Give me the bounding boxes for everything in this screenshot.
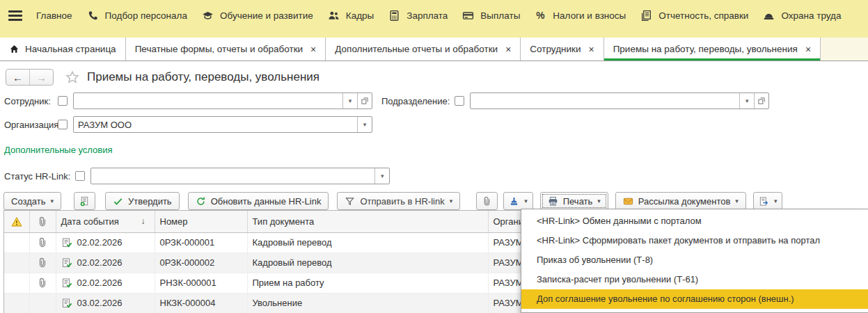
open-icon xyxy=(757,97,766,105)
refresh-hrlink-button[interactable]: Обновить данные HR-Link xyxy=(188,192,329,210)
mailing-button[interactable]: Рассылка документов▾ xyxy=(615,192,746,210)
filter-row-employee: Сотрудник: ▾ Подразделение: ▾ xyxy=(4,93,868,109)
print-dropdown-menu: <HR-Link> Обмен данными с порталом <HR-L… xyxy=(521,209,868,313)
approve-button[interactable]: Утвердить xyxy=(105,192,180,210)
attachments-button[interactable] xyxy=(476,192,498,210)
menu-section-label: Налоги и взносы xyxy=(553,10,626,21)
employee-dropdown-icon[interactable]: ▾ xyxy=(342,93,357,109)
section-menu: Главное Подбор персонала Обучение и разв… xyxy=(36,10,855,22)
caret-down-icon: ▾ xyxy=(450,198,453,204)
type-column-header[interactable]: Тип документа xyxy=(247,211,488,232)
attachment-cell xyxy=(29,273,56,293)
grad-icon xyxy=(202,10,214,22)
menu-section-item[interactable]: Кадры xyxy=(328,10,374,22)
tab[interactable]: Печатные формы, отчеты и обработки × xyxy=(126,38,326,61)
date-cell: 03.02.2026 xyxy=(56,293,155,313)
tab[interactable]: Начальная страница xyxy=(0,38,126,61)
forward-button[interactable]: → xyxy=(30,70,53,85)
tab[interactable]: Сотрудники × xyxy=(521,38,603,61)
additional-conditions-link[interactable]: Дополнительные условия xyxy=(4,145,113,155)
menu-section-label: Зарплата xyxy=(407,10,448,21)
hrlink-status-checkbox[interactable] xyxy=(75,171,85,181)
employee-label: Сотрудник: xyxy=(4,96,53,106)
back-button[interactable]: ← xyxy=(6,70,30,85)
docs-icon xyxy=(640,10,652,22)
tab-close-icon[interactable]: × xyxy=(588,45,594,54)
caret-down-icon: ▾ xyxy=(597,198,601,204)
menu-section-item[interactable]: Охрана труда xyxy=(763,10,841,22)
department-checkbox[interactable] xyxy=(455,96,464,106)
print-menu-item[interactable]: Приказ об увольнении (Т-8) xyxy=(521,250,868,270)
print-menu-item[interactable]: Доп соглашение увольнение по соглашению … xyxy=(521,289,868,309)
organization-checkbox[interactable] xyxy=(58,120,68,129)
stamp-icon xyxy=(509,196,519,207)
attachment-cell xyxy=(29,293,56,313)
organization-combobox[interactable]: РАЗУМ ООО ▾ xyxy=(73,116,372,133)
send-hrlink-button[interactable]: Отправить в HR-link▾ xyxy=(337,192,460,210)
organization-dropdown-icon[interactable]: ▾ xyxy=(357,117,372,132)
department-value xyxy=(471,93,739,109)
tab-close-icon[interactable]: × xyxy=(505,45,511,54)
date-column-header[interactable]: Дата события↓ xyxy=(56,211,155,232)
number-cell: НКЗК-000004 xyxy=(155,293,247,313)
export-icon xyxy=(759,196,769,207)
hrlink-status-dropdown-icon[interactable]: ▾ xyxy=(374,168,389,184)
print-menu-item[interactable]: <HR-Link> Обмен данными с порталом xyxy=(521,211,868,231)
number-column-header[interactable]: Номер xyxy=(155,211,247,232)
print-menu-item[interactable]: Записка-расчет при увольнении (Т-61) xyxy=(521,270,868,289)
employee-combobox[interactable]: ▾ xyxy=(73,93,372,109)
menu-section-label: Подбор персонала xyxy=(105,10,187,21)
posted-document-icon xyxy=(61,298,72,309)
menu-section-item[interactable]: Подбор персонала xyxy=(87,10,187,22)
department-combobox[interactable]: ▾ xyxy=(470,93,769,109)
signature-stamp-button[interactable]: ▾ xyxy=(503,192,533,210)
tab-label: Приемы на работу, переводы, увольнения xyxy=(613,44,798,54)
tab-label: Печатные формы, отчеты и обработки xyxy=(135,44,303,54)
date-cell: 02.02.2026 xyxy=(56,273,155,293)
menu-section-item[interactable]: Зарплата xyxy=(388,10,448,22)
department-label: Подразделение: xyxy=(381,96,450,106)
department-open-button[interactable] xyxy=(754,93,768,109)
tab[interactable]: Приемы на работу, переводы, увольнения × xyxy=(604,38,821,61)
hrlink-status-label: Статус HR-Link: xyxy=(4,171,70,182)
date-cell: 02.02.2026 xyxy=(56,232,155,252)
hamburger-menu-icon[interactable] xyxy=(8,10,22,21)
hrlink-status-combobox[interactable]: ▾ xyxy=(90,168,390,184)
calc-icon xyxy=(388,10,400,22)
paperclip-icon xyxy=(37,216,48,227)
menu-section-item[interactable]: Обучение и развитие xyxy=(202,10,313,22)
menu-section-item[interactable]: Выплаты xyxy=(462,10,520,22)
menu-section-label: Охрана труда xyxy=(781,10,841,21)
tab-close-icon[interactable]: × xyxy=(310,45,316,54)
tab-bar: Начальная страница Печатные формы, отчет… xyxy=(0,31,868,61)
employee-open-button[interactable] xyxy=(357,93,372,109)
tab-close-icon[interactable]: × xyxy=(805,45,811,54)
tab[interactable]: Дополнительные отчеты и обработки × xyxy=(326,38,521,61)
menu-section-item[interactable]: Главное xyxy=(36,10,72,21)
employee-value xyxy=(74,93,342,109)
type-cell: Прием на работу xyxy=(247,273,488,293)
menu-section-label: Отчетность, справки xyxy=(658,10,748,21)
favorite-star-icon[interactable] xyxy=(65,70,79,84)
paperclip-icon xyxy=(37,257,48,268)
people-icon xyxy=(328,10,340,22)
employee-checkbox[interactable] xyxy=(58,96,68,106)
create-button[interactable]: Создать▾ xyxy=(3,192,61,210)
export-button[interactable]: ▾ xyxy=(753,192,783,210)
attachment-cell xyxy=(29,252,56,273)
copy-document-button[interactable] xyxy=(74,192,95,210)
menu-section-item[interactable]: Налоги и взносы xyxy=(535,10,626,22)
menu-section-item[interactable]: Отчетность, справки xyxy=(640,10,748,22)
caret-down-icon: ▾ xyxy=(524,198,528,204)
tab-label: Сотрудники xyxy=(530,44,581,54)
caret-down-icon: ▾ xyxy=(50,198,54,204)
number-cell: 0РЗК-000001 xyxy=(155,232,247,252)
filter-row-organization: Организация: РАЗУМ ООО ▾ xyxy=(4,116,868,133)
type-cell: Увольнение xyxy=(247,293,488,313)
print-button[interactable]: Печать▾ xyxy=(540,192,608,210)
warning-column-header[interactable] xyxy=(4,211,29,232)
department-dropdown-icon[interactable]: ▾ xyxy=(739,93,754,109)
caret-down-icon: ▾ xyxy=(735,198,739,204)
print-menu-item[interactable]: <HR-Link> Сформировать пакет документов … xyxy=(521,231,868,250)
attachment-column-header[interactable] xyxy=(29,211,56,232)
